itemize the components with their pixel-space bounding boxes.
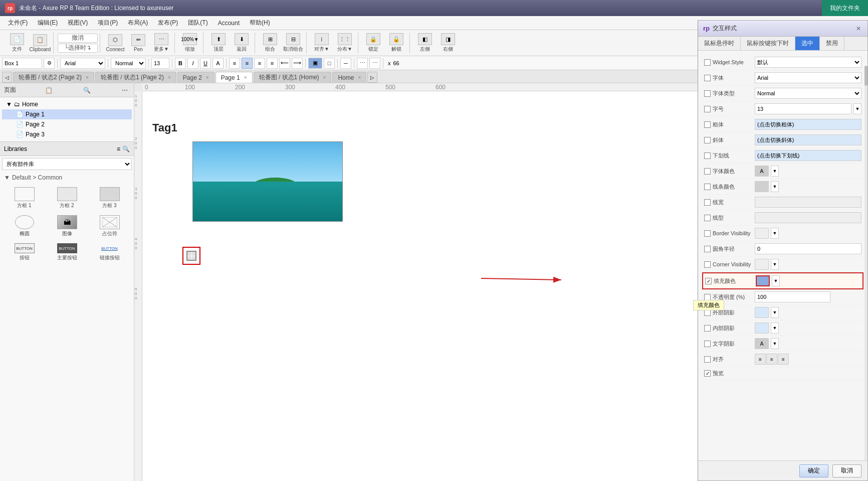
font-family-select[interactable]: Arial (60, 58, 105, 69)
pen-btn[interactable]: ✏ Pen (127, 33, 149, 54)
preview-checkbox[interactable]: ✓ (704, 370, 711, 377)
widget-style-select[interactable]: 默认 (755, 57, 861, 68)
connect-btn[interactable]: ⬡ Connect (104, 33, 126, 54)
corner-vis-checkbox[interactable] (704, 261, 711, 268)
border-vis-value[interactable] (755, 228, 769, 239)
unlock-btn[interactable]: 🔓 解锁 (385, 33, 407, 54)
align-center-btn[interactable]: ≡ (242, 58, 253, 69)
ungroup-btn[interactable]: ⊟ 取消组合 (282, 33, 304, 54)
tab-5-close[interactable]: × (358, 75, 361, 80)
right-panel-btn[interactable]: ◨ 右侧 (437, 33, 459, 54)
menu-view[interactable]: 视图(V) (64, 18, 92, 28)
zoom-btn[interactable]: 100%▼ 缩放 (179, 33, 201, 54)
lock-btn[interactable]: 🔒 锁定 (362, 33, 384, 54)
line-color-swatch[interactable] (755, 181, 769, 192)
page-2[interactable]: 📄 Page 2 (2, 119, 132, 129)
toolbar-file-btn[interactable]: 📄 文件 (6, 33, 28, 54)
align-btn[interactable]: ⫶ 对齐▼ (311, 33, 333, 54)
italic-btn[interactable]: I (187, 58, 198, 69)
tab-4-close[interactable]: × (323, 75, 326, 80)
line-style-btn[interactable]: ─ (340, 58, 351, 69)
widget-box2[interactable]: 方框 2 (47, 185, 87, 211)
align-center-btn2[interactable]: ≡ (766, 354, 777, 365)
inner-shadow-swatch[interactable] (755, 323, 769, 334)
text-shadow-arrow[interactable]: ▼ (771, 338, 779, 349)
widget-settings-btn[interactable]: ⚙ (44, 58, 55, 69)
border-vis-checkbox[interactable] (704, 230, 711, 237)
align-right-btn[interactable]: ≡ (254, 58, 265, 69)
corner-vis-arrow[interactable]: ▼ (771, 259, 779, 270)
underline-toggle[interactable]: (点击切换下划线) (755, 150, 861, 161)
inner-shadow-checkbox[interactable] (704, 325, 711, 332)
lib-search-btn[interactable]: 🔍 (122, 145, 130, 152)
font-size-input[interactable] (151, 58, 169, 69)
font-color-btn[interactable]: A (212, 58, 224, 69)
font-color-checkbox[interactable] (704, 168, 711, 175)
font-type-select[interactable]: Normal (755, 88, 861, 99)
align-checkbox[interactable] (704, 356, 711, 363)
dialog-tab-disabled[interactable]: 禁用 (820, 37, 844, 50)
text-shadow-swatch[interactable]: A (755, 338, 769, 349)
align-left2-btn[interactable]: ⟵ (279, 58, 290, 69)
underline-checkbox[interactable] (704, 152, 711, 159)
widget-image[interactable]: 🏔 图像 (47, 213, 87, 239)
italic-checkbox[interactable] (704, 137, 711, 143)
menu-help[interactable]: 帮助(H) (246, 18, 274, 28)
tab-1[interactable]: 轮番图 / 状态1 (Page 2) × (95, 72, 176, 83)
fill-color-checkbox[interactable]: ✓ (705, 278, 712, 284)
library-dropdown[interactable]: 所有部件库 (2, 158, 132, 170)
font-size-arrow[interactable]: ▼ (853, 103, 861, 114)
font-size-checkbox[interactable] (704, 106, 711, 112)
page-home[interactable]: ▼ 🗂 Home (2, 99, 132, 109)
font-select[interactable]: Arial (755, 72, 861, 83)
opacity-checkbox[interactable] (704, 294, 711, 300)
font-size-value[interactable] (755, 103, 851, 114)
widget-button3[interactable]: BUTTON 链接按钮 (89, 241, 130, 263)
fill-color-swatch[interactable] (756, 275, 770, 286)
font-checkbox[interactable] (704, 75, 711, 81)
widget-placeholder[interactable]: 占位符 (89, 213, 130, 239)
dialog-tab-hover[interactable]: 鼠标悬停时 (698, 37, 741, 50)
line-color-checkbox[interactable] (704, 184, 711, 190)
fill-color-btn[interactable]: ▣ (308, 58, 322, 69)
canvas-image-widget[interactable] (192, 141, 343, 222)
tab-4[interactable]: 轮番图 / 状态1 (Home) × (254, 72, 332, 83)
border-color-btn[interactable]: □ (324, 58, 335, 69)
widget-button2[interactable]: BUTTON 主要按钮 (47, 241, 87, 263)
widget-name-input[interactable] (2, 58, 42, 69)
tab-3-close[interactable]: × (244, 75, 247, 80)
more-format2-btn[interactable]: ⋯ (369, 58, 380, 69)
text-shadow-checkbox[interactable] (704, 341, 711, 347)
small-widget[interactable] (182, 247, 200, 265)
undo-btn[interactable]: 撤消 (58, 34, 98, 43)
page-more-btn[interactable]: ⋯ (120, 85, 130, 95)
bold-toggle[interactable]: (点击切换粗体) (755, 119, 861, 130)
menu-account[interactable]: Account (214, 19, 244, 28)
outer-shadow-arrow[interactable]: ▼ (771, 307, 779, 318)
page-3[interactable]: 📄 Page 3 (2, 129, 132, 139)
outer-shadow-swatch[interactable] (755, 307, 769, 318)
dialog-scrollbar-thumb[interactable] (864, 66, 867, 86)
line-type-checkbox[interactable] (704, 215, 711, 221)
line-width-value[interactable] (755, 197, 861, 208)
widget-box3[interactable]: 方框 3 (89, 185, 130, 211)
menu-publish[interactable]: 发布(P) (154, 18, 182, 28)
line-color-arrow[interactable]: ▼ (771, 181, 779, 192)
toolbar-clipboard-btn[interactable]: 📋 Clipboard (29, 33, 51, 54)
corner-vis-value[interactable] (755, 259, 769, 270)
more-btn[interactable]: ⋯ 更多▼ (150, 33, 172, 54)
dialog-cancel-btn[interactable]: 取消 (832, 464, 861, 477)
group-btn[interactable]: ⊞ 组合 (259, 33, 281, 54)
align-right-btn2[interactable]: ≡ (778, 354, 789, 365)
distribute-btn[interactable]: ⋮⋮ 分布▼ (334, 33, 356, 54)
font-color-arrow[interactable]: ▼ (771, 166, 779, 177)
underline-btn[interactable]: U (200, 58, 211, 69)
font-color-swatch[interactable]: A (755, 166, 769, 177)
menu-layout[interactable]: 布局(A) (124, 18, 152, 28)
corner-radius-checkbox[interactable] (704, 246, 711, 252)
tab-scroll-right[interactable]: ▷ (367, 72, 377, 83)
back-btn[interactable]: ⬇ 返回 (231, 33, 253, 54)
tab-0[interactable]: 轮番图 / 状态2 (Page 2) × (13, 72, 94, 83)
widget-button1[interactable]: BUTTON 按钮 (4, 241, 45, 263)
menu-file[interactable]: 文件(F) (4, 18, 32, 28)
